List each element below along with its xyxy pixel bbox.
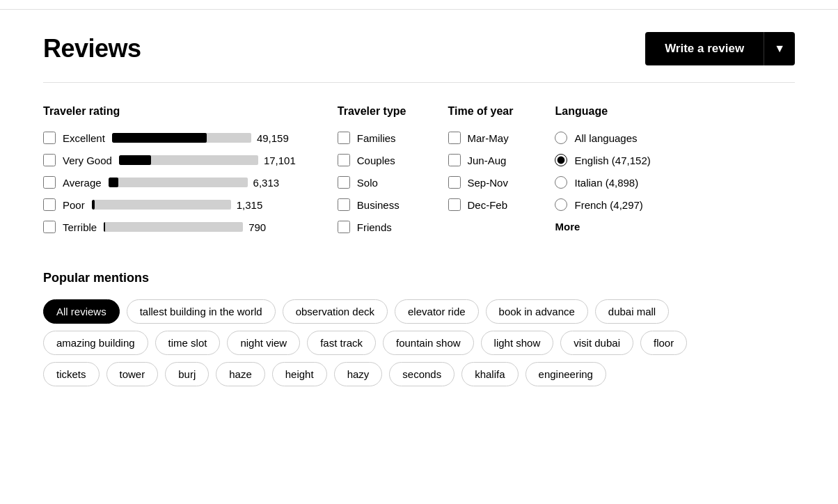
rating-checkbox[interactable] bbox=[43, 154, 56, 166]
traveler-type-item[interactable]: Couples bbox=[338, 154, 406, 166]
popular-mention-tag[interactable]: burj bbox=[165, 362, 209, 386]
traveler-type-checkbox[interactable] bbox=[338, 154, 350, 166]
language-radio[interactable] bbox=[555, 176, 567, 189]
rating-filter-item[interactable]: Average 6,313 bbox=[43, 176, 296, 189]
rating-label: Average bbox=[63, 177, 102, 189]
traveler-type-checkbox[interactable] bbox=[338, 176, 350, 189]
rating-count: 49,159 bbox=[257, 132, 289, 144]
language-item[interactable]: Italian (4,898) bbox=[555, 176, 650, 189]
language-section: Language All languages English (47,152) … bbox=[555, 105, 650, 243]
language-label: All languages bbox=[574, 132, 637, 144]
popular-mention-tag[interactable]: dubai mall bbox=[595, 299, 669, 324]
traveler-type-item[interactable]: Families bbox=[338, 132, 406, 144]
rating-filter-item[interactable]: Very Good 17,101 bbox=[43, 154, 296, 166]
time-of-year-checkbox[interactable] bbox=[448, 132, 461, 144]
popular-mentions-title: Popular mentions bbox=[43, 271, 795, 285]
rating-label: Excellent bbox=[63, 132, 105, 144]
popular-mention-tag[interactable]: haze bbox=[216, 362, 265, 386]
rating-bar-container: 790 bbox=[104, 221, 280, 233]
time-of-year-item[interactable]: Mar-May bbox=[448, 132, 514, 144]
language-more[interactable]: More bbox=[555, 221, 650, 233]
reviews-header: Reviews Write a review ▼ bbox=[43, 32, 795, 65]
popular-mention-tag[interactable]: fast track bbox=[307, 331, 376, 355]
traveler-type-checkbox[interactable] bbox=[338, 221, 350, 233]
popular-mention-tag[interactable]: fountain show bbox=[383, 331, 474, 355]
popular-mention-tag[interactable]: seconds bbox=[389, 362, 454, 386]
tags-row-2: amazing buildingtime slotnight viewfast … bbox=[43, 331, 795, 355]
traveler-type-label: Families bbox=[357, 132, 396, 144]
popular-mention-tag[interactable]: khalifa bbox=[461, 362, 518, 386]
rating-bar-fill bbox=[92, 200, 95, 210]
time-of-year-title: Time of year bbox=[448, 105, 514, 118]
traveler-type-label: Solo bbox=[357, 177, 378, 189]
time-of-year-checkbox[interactable] bbox=[448, 176, 461, 189]
popular-mention-tag[interactable]: floor bbox=[640, 331, 687, 355]
time-of-year-label: Sep-Nov bbox=[468, 177, 508, 189]
popular-mention-tag[interactable]: night view bbox=[227, 331, 300, 355]
traveler-type-label: Business bbox=[357, 199, 400, 211]
language-item[interactable]: English (47,152) bbox=[555, 154, 650, 166]
traveler-type-checkbox[interactable] bbox=[338, 198, 350, 211]
popular-mention-tag[interactable]: All reviews bbox=[43, 299, 120, 324]
rating-filter-item[interactable]: Terrible 790 bbox=[43, 221, 296, 233]
time-of-year-label: Dec-Feb bbox=[468, 199, 508, 211]
traveler-type-checkbox[interactable] bbox=[338, 132, 350, 144]
language-radio[interactable] bbox=[555, 132, 567, 144]
popular-mention-tag[interactable]: light show bbox=[481, 331, 554, 355]
time-of-year-checkbox[interactable] bbox=[448, 154, 461, 166]
traveler-type-item[interactable]: Friends bbox=[338, 221, 406, 233]
rating-checkbox[interactable] bbox=[43, 198, 56, 211]
language-label: Italian (4,898) bbox=[574, 177, 638, 189]
rating-checkbox[interactable] bbox=[43, 221, 56, 233]
rating-checkbox[interactable] bbox=[43, 132, 56, 144]
time-of-year-label: Mar-May bbox=[468, 132, 509, 144]
popular-mention-tag[interactable]: hazy bbox=[334, 362, 383, 386]
time-of-year-checkbox[interactable] bbox=[448, 198, 461, 211]
reviews-title: Reviews bbox=[43, 34, 141, 63]
language-label: French (4,297) bbox=[574, 199, 642, 211]
traveler-type-item[interactable]: Solo bbox=[338, 176, 406, 189]
traveler-type-label: Friends bbox=[357, 221, 392, 233]
write-review-dropdown-button[interactable]: ▼ bbox=[764, 32, 795, 65]
popular-mention-tag[interactable]: tallest building in the world bbox=[127, 299, 276, 324]
rating-label: Very Good bbox=[63, 155, 112, 166]
popular-mention-tag[interactable]: tickets bbox=[43, 362, 100, 386]
popular-mention-tag[interactable]: time slot bbox=[155, 331, 221, 355]
rating-label: Poor bbox=[63, 199, 85, 211]
rating-bar-fill bbox=[109, 178, 118, 187]
filters-row: Traveler rating Excellent 49,159 Very Go… bbox=[43, 105, 795, 243]
time-of-year-label: Jun-Aug bbox=[468, 155, 507, 166]
rating-bar-fill bbox=[104, 222, 105, 232]
language-item[interactable]: French (4,297) bbox=[555, 198, 650, 211]
popular-mention-tag[interactable]: observation deck bbox=[283, 299, 388, 324]
write-review-button[interactable]: Write a review bbox=[645, 32, 764, 65]
time-of-year-item[interactable]: Dec-Feb bbox=[448, 198, 514, 211]
rating-checkbox[interactable] bbox=[43, 176, 56, 189]
popular-mention-tag[interactable]: height bbox=[272, 362, 327, 386]
rating-bar-container: 6,313 bbox=[109, 177, 285, 189]
language-item[interactable]: All languages bbox=[555, 132, 650, 144]
time-of-year-item[interactable]: Sep-Nov bbox=[448, 176, 514, 189]
language-radio[interactable] bbox=[555, 198, 567, 211]
popular-mention-tag[interactable]: book in advance bbox=[486, 299, 588, 324]
popular-mentions-section: Popular mentions All reviewstallest buil… bbox=[43, 271, 795, 386]
rating-bar-bg bbox=[112, 133, 251, 143]
popular-mention-tag[interactable]: tower bbox=[106, 362, 159, 386]
rating-count: 6,313 bbox=[253, 177, 285, 189]
language-title: Language bbox=[555, 105, 650, 118]
popular-mention-tag[interactable]: engineering bbox=[525, 362, 606, 386]
divider bbox=[43, 82, 795, 83]
time-of-year-item[interactable]: Jun-Aug bbox=[448, 154, 514, 166]
rating-bar-bg bbox=[109, 178, 248, 187]
language-radio[interactable] bbox=[555, 154, 567, 166]
traveler-rating-title: Traveler rating bbox=[43, 105, 296, 118]
popular-mention-tag[interactable]: elevator ride bbox=[395, 299, 479, 324]
popular-mention-tag[interactable]: visit dubai bbox=[560, 331, 633, 355]
rating-filter-item[interactable]: Excellent 49,159 bbox=[43, 132, 296, 144]
rating-label: Terrible bbox=[63, 221, 97, 233]
traveler-type-item[interactable]: Business bbox=[338, 198, 406, 211]
rating-bar-bg bbox=[119, 155, 258, 165]
popular-mention-tag[interactable]: amazing building bbox=[43, 331, 148, 355]
rating-filter-item[interactable]: Poor 1,315 bbox=[43, 198, 296, 211]
rating-bar-container: 1,315 bbox=[92, 199, 268, 211]
